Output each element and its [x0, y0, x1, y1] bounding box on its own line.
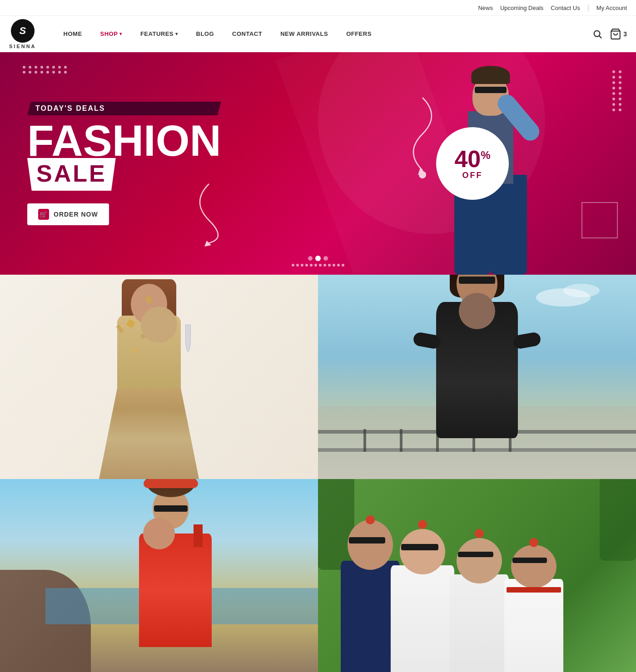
- order-cart-icon: 🛒: [38, 209, 49, 220]
- cart-count: 3: [623, 30, 627, 38]
- figure-gold-woman: [99, 306, 199, 479]
- cart-icon: [610, 28, 621, 40]
- nav-offers[interactable]: OFFERS: [337, 16, 381, 52]
- search-icon: [592, 29, 602, 39]
- group-person-4: [504, 538, 563, 672]
- hero-nav-dot-3[interactable]: [323, 256, 328, 261]
- nav-actions: 3: [592, 28, 627, 40]
- grid-item-4: [318, 479, 636, 672]
- hero-dots-right-decoration: [612, 70, 622, 111]
- grid-item-3: [0, 479, 318, 672]
- group-person-3: [450, 529, 509, 672]
- figure-beach-woman: [134, 488, 216, 647]
- hero-content: TODAY'S DEALS FASHION SALE 🛒 ORDER NOW: [0, 102, 221, 225]
- shop-chevron-icon: ▾: [119, 31, 122, 36]
- sale-percent: 40%: [454, 147, 490, 171]
- hero-nav-dot-2[interactable]: [315, 256, 321, 261]
- hero-sale-text: SALE: [36, 160, 107, 187]
- hero-subtitle: TODAY'S DEALS: [27, 102, 221, 115]
- hero-main-text: FASHION SALE: [27, 119, 221, 191]
- hero-sale-circle: 40% OFF: [436, 127, 509, 200]
- hero-swirl-right: [386, 89, 441, 179]
- figure-black-woman: [432, 275, 522, 438]
- sale-off-text: OFF: [462, 171, 483, 180]
- hero-banner: TODAY'S DEALS FASHION SALE 🛒 ORDER NOW 4…: [0, 52, 636, 275]
- logo-link[interactable]: S SIENNA: [9, 19, 36, 49]
- main-nav: S SIENNA HOME SHOP ▾ FEATURES ▾ BLOG CON…: [0, 16, 636, 52]
- nav-links: HOME SHOP ▾ FEATURES ▾ BLOG CONTACT NEW …: [55, 16, 593, 52]
- nav-features[interactable]: FEATURES ▾: [131, 16, 187, 52]
- nav-shop[interactable]: SHOP ▾: [91, 16, 131, 52]
- features-chevron-icon: ▾: [175, 31, 178, 36]
- group-person-2: [391, 520, 454, 672]
- search-button[interactable]: [592, 29, 602, 39]
- top-nav-my-account[interactable]: My Account: [596, 5, 627, 11]
- svg-line-1: [599, 36, 601, 38]
- logo-text: SIENNA: [9, 44, 36, 49]
- nav-contact[interactable]: CONTACT: [223, 16, 271, 52]
- svg-marker-5: [204, 241, 211, 247]
- hero-dots-top-decoration: [23, 66, 68, 74]
- svg-point-0: [594, 30, 600, 36]
- image-grid: [0, 275, 636, 672]
- hero-nav-dots: [308, 256, 328, 261]
- order-now-button[interactable]: 🛒 ORDER NOW: [27, 203, 109, 225]
- top-nav-news[interactable]: News: [478, 5, 493, 11]
- grid-item-1: [0, 275, 318, 479]
- top-bar-separator: |: [587, 4, 589, 12]
- top-nav-upcoming-deals[interactable]: Upcoming Deals: [500, 5, 543, 11]
- nav-home[interactable]: HOME: [55, 16, 91, 52]
- logo-icon: S: [11, 19, 35, 43]
- cart-button[interactable]: 3: [610, 28, 627, 40]
- hero-swirl-left: [195, 175, 241, 247]
- nav-new-arrivals[interactable]: NEW ARRIVALS: [271, 16, 337, 52]
- top-bar: News Upcoming Deals Contact Us | My Acco…: [0, 0, 636, 16]
- nav-blog[interactable]: BLOG: [187, 16, 224, 52]
- grid-item-2: [318, 275, 636, 479]
- hero-dots-row: [292, 264, 344, 267]
- hero-sale-wrap: SALE: [27, 158, 116, 191]
- hero-nav-dot-1[interactable]: [308, 256, 313, 261]
- order-now-label: ORDER NOW: [54, 211, 98, 218]
- top-nav-contact-us[interactable]: Contact Us: [551, 5, 580, 11]
- svg-point-4: [419, 171, 426, 178]
- hero-fashion-text: FASHION: [27, 119, 221, 163]
- hero-square-decoration: [581, 202, 618, 238]
